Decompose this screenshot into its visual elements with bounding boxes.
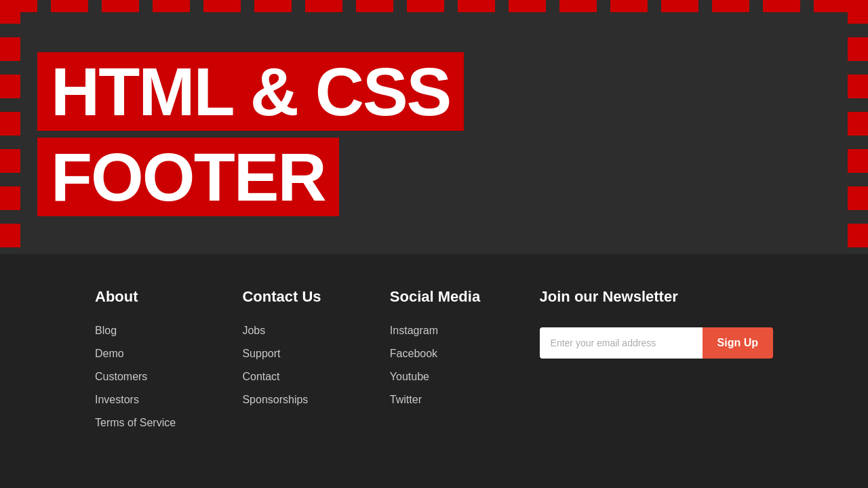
footer-newsletter-heading: Join our Newsletter (540, 288, 773, 306)
about-link-blog[interactable]: Blog (95, 325, 117, 336)
footer-newsletter-col: Join our Newsletter Sign Up (540, 288, 773, 429)
list-item: Support (242, 348, 330, 360)
social-link-facebook[interactable]: Facebook (390, 348, 437, 359)
hero-title-line1-text: HTML & CSS (51, 54, 450, 129)
footer-about-list: Blog Demo Customers Investors Terms of S… (95, 325, 183, 429)
list-item: Twitter (390, 394, 480, 406)
hero-section: HTML & CSS FOOTER (0, 0, 868, 254)
list-item: Customers (95, 371, 183, 383)
social-link-youtube[interactable]: Youtube (390, 371, 429, 382)
hero-title-line2: FOOTER (37, 138, 339, 216)
hero-title-line1: HTML & CSS (37, 52, 464, 131)
list-item: Contact (242, 371, 330, 383)
about-link-investors[interactable]: Investors (95, 394, 139, 405)
hero-top-border (0, 0, 868, 12)
footer-contact-list: Jobs Support Contact Sponsorships (242, 325, 330, 406)
list-item: Sponsorships (242, 394, 330, 406)
social-link-twitter[interactable]: Twitter (390, 394, 422, 405)
footer-contact-heading: Contact Us (242, 288, 330, 306)
contact-link-contact[interactable]: Contact (242, 371, 279, 382)
list-item: Jobs (242, 325, 330, 337)
sign-up-button[interactable]: Sign Up (703, 327, 773, 359)
list-item: Investors (95, 394, 183, 406)
newsletter-form: Sign Up (540, 327, 773, 359)
list-item: Youtube (390, 371, 480, 383)
social-link-instagram[interactable]: Instagram (390, 325, 438, 336)
hero-title-line2-text: FOOTER (51, 139, 326, 215)
footer-inner: About Blog Demo Customers Investors Term… (95, 288, 773, 429)
about-link-customers[interactable]: Customers (95, 371, 147, 382)
footer-section: About Blog Demo Customers Investors Term… (0, 254, 868, 488)
list-item: Demo (95, 348, 183, 360)
list-item: Blog (95, 325, 183, 337)
email-field[interactable] (540, 327, 703, 359)
contact-link-sponsorships[interactable]: Sponsorships (242, 394, 308, 405)
about-link-demo[interactable]: Demo (95, 348, 124, 359)
list-item: Facebook (390, 348, 480, 360)
footer-social-col: Social Media Instagram Facebook Youtube … (390, 288, 480, 429)
footer-about-heading: About (95, 288, 183, 306)
hero-title-wrapper: HTML & CSS FOOTER (37, 39, 464, 216)
contact-link-jobs[interactable]: Jobs (242, 325, 265, 336)
list-item: Instagram (390, 325, 480, 337)
about-link-tos[interactable]: Terms of Service (95, 417, 176, 428)
footer-social-list: Instagram Facebook Youtube Twitter (390, 325, 480, 406)
footer-contact-col: Contact Us Jobs Support Contact Sponsors… (242, 288, 330, 429)
footer-about-col: About Blog Demo Customers Investors Term… (95, 288, 183, 429)
list-item: Terms of Service (95, 417, 183, 429)
contact-link-support[interactable]: Support (242, 348, 280, 359)
footer-social-heading: Social Media (390, 288, 480, 306)
